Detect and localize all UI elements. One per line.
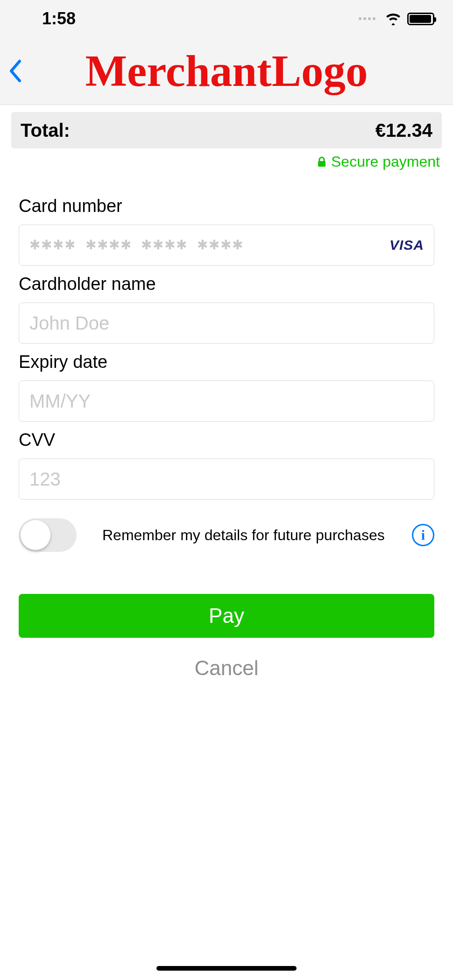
lock-icon — [317, 156, 326, 168]
merchant-logo: MerchantLogo — [85, 49, 368, 93]
secure-payment-text: Secure payment — [331, 153, 440, 170]
total-strip: Total: €12.34 — [11, 112, 442, 148]
card-number-label: Card number — [19, 196, 434, 216]
cancel-button[interactable]: Cancel — [19, 652, 434, 684]
cellular-dots-icon — [359, 17, 375, 20]
expiry-input[interactable] — [19, 381, 434, 422]
remember-label: Remember my details for future purchases — [102, 527, 386, 544]
wifi-icon — [385, 12, 402, 25]
card-brand-visa-icon: VISA — [389, 237, 424, 253]
total-amount: €12.34 — [375, 120, 432, 141]
card-number-input[interactable] — [19, 225, 434, 266]
status-bar: 1:58 — [0, 0, 453, 37]
home-indicator[interactable] — [156, 966, 297, 971]
cardholder-input[interactable] — [19, 303, 434, 344]
remember-toggle[interactable] — [19, 518, 77, 552]
pay-button[interactable]: Pay — [19, 594, 434, 638]
svg-rect-0 — [318, 161, 326, 167]
cardholder-label: Cardholder name — [19, 274, 434, 294]
back-button[interactable] — [0, 59, 22, 83]
cvv-label: CVV — [19, 430, 434, 450]
status-right — [359, 12, 434, 25]
total-label: Total: — [21, 120, 70, 141]
cvv-input[interactable] — [19, 458, 434, 500]
status-time: 1:58 — [42, 9, 76, 28]
secure-payment-row: Secure payment — [0, 148, 453, 170]
nav-header: MerchantLogo — [0, 37, 453, 105]
payment-form: Card number VISA Cardholder name Expiry … — [0, 170, 453, 684]
expiry-label: Expiry date — [19, 352, 434, 372]
battery-icon — [407, 13, 434, 25]
info-icon[interactable]: i — [412, 524, 434, 546]
